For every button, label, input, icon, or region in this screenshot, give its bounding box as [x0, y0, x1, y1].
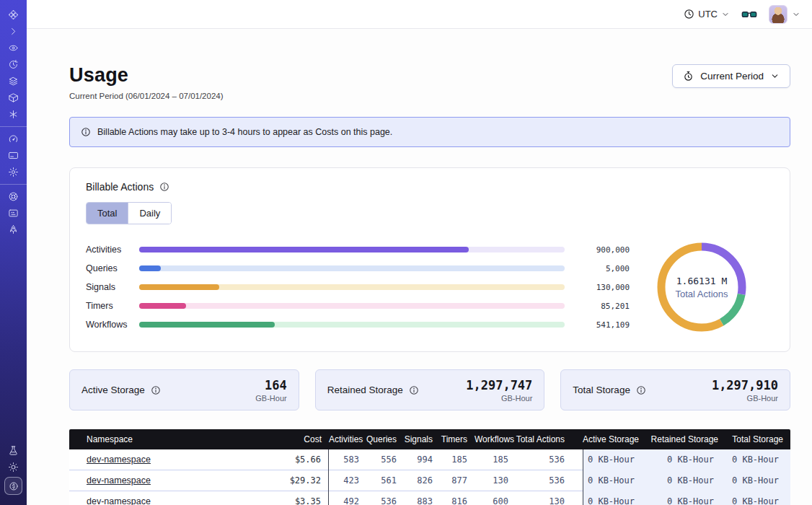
- cell-total-actions: 130: [516, 491, 572, 505]
- billable-actions-card: Billable Actions Total Daily Activities9…: [69, 167, 790, 352]
- feedback-glasses-button[interactable]: [741, 6, 757, 22]
- table-body: dev-namespace$5.665835569941851855360 KB…: [69, 449, 790, 505]
- sun-icon: [8, 462, 19, 473]
- bar-value: 541,109: [575, 320, 630, 330]
- total-actions-donut: 1.66131 M Total Actions: [630, 239, 774, 335]
- sidebar-item-docs[interactable]: [0, 205, 27, 221]
- sidebar-temporal-logo[interactable]: [0, 6, 27, 23]
- table-header: NamespaceCostActivitiesQueriesSignalsTim…: [69, 429, 790, 449]
- top-bar: UTC: [27, 0, 812, 29]
- bar-label: Workflows: [86, 320, 132, 330]
- bar-fill: [139, 303, 186, 309]
- history-icon: [8, 59, 19, 70]
- cell-workflows: 185: [475, 449, 516, 470]
- sidebar-item-history[interactable]: [0, 56, 27, 73]
- total-storage-value: 1,297,910: [712, 378, 778, 392]
- usage-bars: Activities900,000Queries5,000Signals130,…: [86, 240, 630, 334]
- info-icon[interactable]: [159, 182, 169, 192]
- cell-timers: 185: [440, 449, 475, 470]
- tab-total[interactable]: Total: [87, 203, 128, 224]
- bar-label: Signals: [86, 282, 132, 292]
- billable-actions-title: Billable Actions: [86, 181, 154, 193]
- info-icon[interactable]: [151, 385, 161, 395]
- info-icon[interactable]: [636, 385, 646, 395]
- info-icon[interactable]: [409, 385, 419, 395]
- bar-track: [139, 265, 565, 271]
- temporal-logo-icon: [8, 9, 19, 20]
- sidebar-divider: [0, 126, 27, 127]
- timezone-selector[interactable]: UTC: [684, 9, 730, 19]
- cell-cost: $29.32: [271, 470, 329, 491]
- usage-bar-row: Signals130,000: [86, 278, 630, 297]
- user-menu[interactable]: [769, 5, 800, 24]
- cell-timers: 816: [440, 491, 475, 505]
- bar-value: 85,201: [575, 302, 630, 311]
- life-ring-icon: [8, 191, 19, 202]
- donut-total-label: Total Actions: [676, 289, 728, 299]
- cell-workflows: 130: [475, 470, 516, 491]
- sidebar-item-settings[interactable]: [0, 164, 27, 180]
- sidebar-item-theme-toggle[interactable]: [0, 459, 27, 475]
- asterisk-icon: [8, 109, 19, 120]
- info-banner-text: Billable Actions may take up to 3-4 hour…: [97, 127, 392, 137]
- sidebar-item-labs[interactable]: [0, 442, 27, 459]
- retained-storage-label: Retained Storage: [327, 385, 403, 395]
- bar-value: 5,000: [575, 264, 630, 273]
- bar-track: [139, 322, 565, 328]
- cell-cost: $5.66: [271, 449, 329, 470]
- column-header-cost: Cost: [271, 434, 329, 444]
- table-row: dev-namespace$3.354925368838166001300 KB…: [69, 491, 790, 505]
- chevron-down-icon: [770, 71, 780, 81]
- layers-icon: [8, 76, 19, 87]
- table-row: dev-namespace$29.324235618268771305360 K…: [69, 470, 790, 491]
- cell-signals: 883: [404, 491, 440, 505]
- retained-storage-value: 1,297,747: [466, 378, 532, 392]
- current-period-dropdown[interactable]: Current Period: [672, 64, 790, 88]
- cell-activities: 492: [329, 491, 366, 505]
- tab-daily[interactable]: Daily: [128, 203, 171, 224]
- chevron-down-icon: [721, 10, 730, 19]
- clock-icon: [684, 9, 694, 19]
- sidebar-item-credits[interactable]: [4, 477, 22, 495]
- sidebar-item-deployments[interactable]: [0, 89, 27, 106]
- row-spacer: [572, 491, 583, 505]
- main-content: Usage Current Period (06/01/2024 – 07/01…: [27, 30, 812, 505]
- bar-value: 130,000: [575, 283, 630, 292]
- namespace-cell: dev-namespace: [69, 449, 271, 470]
- bar-fill: [139, 247, 469, 252]
- cell-signals: 994: [404, 449, 440, 470]
- bar-value: 900,000: [575, 245, 630, 255]
- cell-retained-storage: 0 KB-Hour: [646, 449, 725, 470]
- cell-cost: $3.35: [271, 491, 329, 505]
- column-header-queries: Queries: [366, 434, 404, 444]
- sidebar-item-billing[interactable]: [0, 147, 27, 164]
- sidebar-item-actions[interactable]: [0, 106, 27, 123]
- usage-bar-row: Activities900,000: [86, 240, 630, 259]
- cell-workflows: 600: [475, 491, 516, 505]
- cell-activities: 583: [329, 449, 366, 470]
- info-banner: Billable Actions may take up to 3-4 hour…: [69, 117, 790, 147]
- sidebar-item-namespaces[interactable]: [0, 40, 27, 56]
- coin-dollar-icon: [9, 481, 19, 491]
- namespace-link[interactable]: dev-namespace: [87, 454, 151, 465]
- cell-active-storage: 0 KB-Hour: [583, 470, 646, 491]
- cell-signals: 826: [404, 470, 440, 491]
- page-subtitle: Current Period (06/01/2024 – 07/01/2024): [69, 92, 224, 100]
- timezone-label: UTC: [698, 9, 718, 19]
- cell-total-storage: 0 KB-Hour: [725, 470, 790, 491]
- cell-queries: 561: [366, 470, 404, 491]
- chevron-down-icon: [792, 10, 800, 19]
- sidebar-item-usage[interactable]: [0, 131, 27, 147]
- namespace-link[interactable]: dev-namespace: [87, 496, 151, 505]
- namespace-link[interactable]: dev-namespace: [87, 475, 151, 486]
- sidebar-expand-button[interactable]: [0, 23, 27, 40]
- retained-storage-card: Retained Storage 1,297,747 GB-Hour: [315, 369, 545, 410]
- namespace-cell: dev-namespace: [69, 470, 271, 491]
- sidebar-item-getting-started[interactable]: [0, 221, 27, 238]
- sidebar-item-layers[interactable]: [0, 73, 27, 89]
- column-header-timers: Timers: [440, 434, 475, 444]
- active-storage-unit: GB-Hour: [255, 394, 286, 403]
- column-header-retained-storage: Retained Storage: [646, 434, 725, 444]
- cell-active-storage: 0 KB-Hour: [583, 449, 646, 470]
- sidebar-item-support[interactable]: [0, 188, 27, 205]
